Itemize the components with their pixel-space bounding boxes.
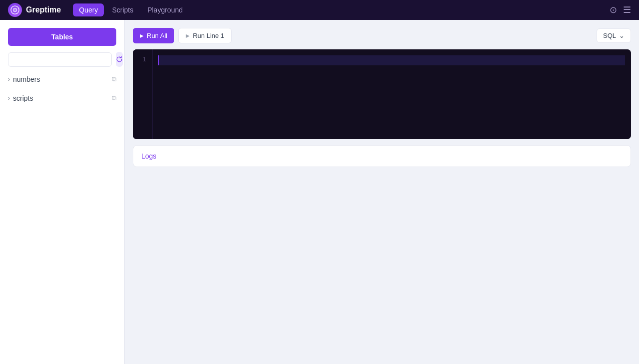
search-input[interactable] [8,52,112,67]
header-left: Greptime Query Scripts Playground [8,3,189,17]
menu-icon[interactable]: ☰ [623,4,631,15]
chevron-scripts-icon: › [8,95,10,102]
toolbar-left: ▶ Run All ▶ Run Line 1 [133,28,232,43]
logo: Greptime [8,3,61,17]
chevron-down-icon: ⌄ [619,32,625,39]
header: Greptime Query Scripts Playground ⊙ ☰ [0,0,639,20]
chevron-numbers-icon: › [8,76,10,83]
run-all-button[interactable]: ▶ Run All [133,28,174,43]
copy-numbers-icon[interactable]: ⧉ [112,75,116,83]
run-line-label: Run Line 1 [193,32,224,39]
sql-select[interactable]: SQL ⌄ [597,28,631,43]
main-nav: Query Scripts Playground [73,3,189,16]
copy-scripts-icon[interactable]: ⧉ [112,94,116,102]
line-numbers: 1 [133,49,153,139]
main-content: ▶ Run All ▶ Run Line 1 SQL ⌄ 1 [125,20,639,364]
nav-scripts[interactable]: Scripts [106,3,139,16]
tree-item-scripts[interactable]: › scripts ⧉ [8,92,116,105]
nav-query[interactable]: Query [73,3,104,16]
search-row: 🔍 [8,52,116,67]
logo-icon [8,3,22,17]
tree-item-numbers[interactable]: › numbers ⧉ [8,73,116,86]
svg-point-2 [14,9,16,11]
play-line-icon: ▶ [186,33,190,38]
search-wrapper: 🔍 [8,52,112,67]
refresh-button[interactable] [116,52,123,67]
header-right: ⊙ ☰ [610,4,631,15]
run-all-label: Run All [147,32,167,39]
play-all-icon: ▶ [140,33,144,38]
sql-label: SQL [603,32,616,39]
tree-label-scripts: scripts [13,94,33,102]
toolbar: ▶ Run All ▶ Run Line 1 SQL ⌄ [133,28,631,43]
logs-panel: Logs [133,145,631,167]
nav-playground[interactable]: Playground [141,3,189,16]
logs-title: Logs [141,152,156,160]
tree-label-numbers: numbers [13,75,40,83]
sidebar: Tables 🔍 › numbers ⧉ › scrip [0,20,125,364]
run-line-button[interactable]: ▶ Run Line 1 [178,28,232,43]
layout: Tables 🔍 › numbers ⧉ › scrip [0,20,639,364]
line-number-1: 1 [139,55,146,63]
logo-text: Greptime [26,5,61,14]
refresh-icon [116,56,123,63]
editor-textarea[interactable] [153,49,631,139]
editor-cursor-line [158,55,625,65]
tables-button[interactable]: Tables [8,28,116,46]
code-editor: 1 [133,49,631,139]
user-icon[interactable]: ⊙ [610,4,617,15]
